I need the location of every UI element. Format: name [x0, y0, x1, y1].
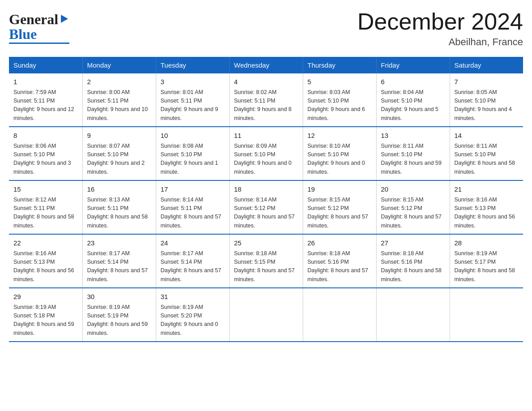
header-wednesday: Wednesday: [229, 57, 303, 73]
calendar-cell: 10Sunrise: 8:08 AMSunset: 5:10 PMDayligh…: [156, 127, 229, 180]
day-number: 26: [308, 238, 372, 248]
day-number: 11: [234, 131, 298, 141]
calendar-cell: 24Sunrise: 8:17 AMSunset: 5:14 PMDayligh…: [156, 234, 229, 288]
calendar-cell: [229, 288, 303, 342]
calendar-cell: 16Sunrise: 8:13 AMSunset: 5:11 PMDayligh…: [82, 180, 156, 234]
calendar-cell: 6Sunrise: 8:04 AMSunset: 5:10 PMDaylight…: [376, 73, 450, 127]
calendar-cell: 4Sunrise: 8:02 AMSunset: 5:11 PMDaylight…: [229, 73, 303, 127]
day-number: 27: [381, 238, 445, 248]
calendar-cell: 2Sunrise: 8:00 AMSunset: 5:11 PMDaylight…: [82, 73, 156, 127]
logo-arrow-icon: [59, 14, 69, 24]
day-number: 4: [234, 77, 298, 87]
day-info: Sunrise: 8:17 AMSunset: 5:14 PMDaylight:…: [161, 249, 225, 284]
calendar-header-row: SundayMondayTuesdayWednesdayThursdayFrid…: [9, 57, 523, 73]
calendar-cell: 25Sunrise: 8:18 AMSunset: 5:15 PMDayligh…: [229, 234, 303, 288]
day-info: Sunrise: 8:10 AMSunset: 5:10 PMDaylight:…: [308, 142, 372, 177]
calendar-cell: 23Sunrise: 8:17 AMSunset: 5:14 PMDayligh…: [82, 234, 156, 288]
calendar-week-row: 29Sunrise: 8:19 AMSunset: 5:18 PMDayligh…: [9, 288, 523, 342]
day-number: 2: [87, 77, 151, 87]
calendar-cell: 26Sunrise: 8:18 AMSunset: 5:16 PMDayligh…: [303, 234, 376, 288]
calendar-cell: 20Sunrise: 8:15 AMSunset: 5:12 PMDayligh…: [376, 180, 450, 234]
header-thursday: Thursday: [303, 57, 376, 73]
day-info: Sunrise: 8:11 AMSunset: 5:10 PMDaylight:…: [381, 142, 445, 177]
calendar-cell: [450, 288, 523, 342]
day-info: Sunrise: 8:18 AMSunset: 5:16 PMDaylight:…: [381, 249, 445, 284]
day-number: 29: [13, 292, 78, 302]
day-info: Sunrise: 8:19 AMSunset: 5:18 PMDaylight:…: [13, 303, 78, 338]
calendar-week-row: 1Sunrise: 7:59 AMSunset: 5:11 PMDaylight…: [9, 73, 523, 127]
day-info: Sunrise: 8:14 AMSunset: 5:11 PMDaylight:…: [161, 196, 225, 231]
day-info: Sunrise: 8:14 AMSunset: 5:12 PMDaylight:…: [234, 196, 298, 231]
calendar-cell: 12Sunrise: 8:10 AMSunset: 5:10 PMDayligh…: [303, 127, 376, 180]
header-monday: Monday: [82, 57, 156, 73]
day-info: Sunrise: 8:06 AMSunset: 5:10 PMDaylight:…: [13, 142, 78, 177]
calendar-cell: 27Sunrise: 8:18 AMSunset: 5:16 PMDayligh…: [376, 234, 450, 288]
day-number: 30: [87, 292, 151, 302]
day-number: 10: [161, 131, 225, 141]
day-info: Sunrise: 8:11 AMSunset: 5:10 PMDaylight:…: [455, 142, 519, 177]
day-info: Sunrise: 8:09 AMSunset: 5:10 PMDaylight:…: [234, 142, 298, 177]
day-info: Sunrise: 8:19 AMSunset: 5:20 PMDaylight:…: [161, 303, 225, 338]
calendar-cell: 21Sunrise: 8:16 AMSunset: 5:13 PMDayligh…: [450, 180, 523, 234]
day-number: 22: [13, 238, 78, 248]
calendar-cell: 18Sunrise: 8:14 AMSunset: 5:12 PMDayligh…: [229, 180, 303, 234]
calendar-week-row: 15Sunrise: 8:12 AMSunset: 5:11 PMDayligh…: [9, 180, 523, 234]
calendar-cell: 13Sunrise: 8:11 AMSunset: 5:10 PMDayligh…: [376, 127, 450, 180]
day-info: Sunrise: 8:00 AMSunset: 5:11 PMDaylight:…: [87, 88, 151, 123]
day-info: Sunrise: 8:16 AMSunset: 5:13 PMDaylight:…: [13, 249, 78, 284]
day-info: Sunrise: 8:13 AMSunset: 5:11 PMDaylight:…: [87, 196, 151, 231]
calendar-week-row: 22Sunrise: 8:16 AMSunset: 5:13 PMDayligh…: [9, 234, 523, 288]
calendar-cell: 22Sunrise: 8:16 AMSunset: 5:13 PMDayligh…: [9, 234, 82, 288]
day-number: 25: [234, 238, 298, 248]
calendar-cell: 7Sunrise: 8:05 AMSunset: 5:10 PMDaylight…: [450, 73, 523, 127]
calendar-cell: 1Sunrise: 7:59 AMSunset: 5:11 PMDaylight…: [9, 73, 82, 127]
day-number: 1: [13, 77, 78, 87]
day-number: 13: [381, 131, 445, 141]
day-info: Sunrise: 8:15 AMSunset: 5:12 PMDaylight:…: [308, 196, 372, 231]
calendar-cell: 5Sunrise: 8:03 AMSunset: 5:10 PMDaylight…: [303, 73, 376, 127]
calendar-cell: 31Sunrise: 8:19 AMSunset: 5:20 PMDayligh…: [156, 288, 229, 342]
day-number: 7: [455, 77, 519, 87]
calendar-cell: 14Sunrise: 8:11 AMSunset: 5:10 PMDayligh…: [450, 127, 523, 180]
day-info: Sunrise: 8:16 AMSunset: 5:13 PMDaylight:…: [455, 196, 519, 231]
day-info: Sunrise: 8:01 AMSunset: 5:11 PMDaylight:…: [161, 88, 225, 123]
header-saturday: Saturday: [450, 57, 523, 73]
day-number: 17: [161, 184, 225, 195]
calendar-cell: [303, 288, 376, 342]
day-info: Sunrise: 8:07 AMSunset: 5:10 PMDaylight:…: [87, 142, 151, 177]
logo: General Blue: [9, 9, 69, 44]
day-info: Sunrise: 8:18 AMSunset: 5:16 PMDaylight:…: [308, 249, 372, 284]
day-number: 3: [161, 77, 225, 87]
day-info: Sunrise: 8:18 AMSunset: 5:15 PMDaylight:…: [234, 249, 298, 284]
logo-underline: [9, 43, 69, 44]
day-number: 8: [13, 131, 78, 141]
day-info: Sunrise: 8:04 AMSunset: 5:10 PMDaylight:…: [381, 88, 445, 123]
calendar-cell: [376, 288, 450, 342]
page-header: General Blue December 2024 Abeilhan, Fra…: [9, 9, 523, 48]
day-number: 21: [455, 184, 519, 195]
month-title: December 2024: [357, 9, 523, 34]
calendar-cell: 29Sunrise: 8:19 AMSunset: 5:18 PMDayligh…: [9, 288, 82, 342]
svg-marker-0: [61, 15, 68, 23]
header-tuesday: Tuesday: [156, 57, 229, 73]
day-number: 15: [13, 184, 78, 195]
calendar-cell: 3Sunrise: 8:01 AMSunset: 5:11 PMDaylight…: [156, 73, 229, 127]
day-info: Sunrise: 8:03 AMSunset: 5:10 PMDaylight:…: [308, 88, 372, 123]
title-area: December 2024 Abeilhan, France: [357, 9, 523, 48]
calendar-cell: 19Sunrise: 8:15 AMSunset: 5:12 PMDayligh…: [303, 180, 376, 234]
day-number: 18: [234, 184, 298, 195]
calendar-week-row: 8Sunrise: 8:06 AMSunset: 5:10 PMDaylight…: [9, 127, 523, 180]
day-info: Sunrise: 8:12 AMSunset: 5:11 PMDaylight:…: [13, 196, 78, 231]
calendar-cell: 11Sunrise: 8:09 AMSunset: 5:10 PMDayligh…: [229, 127, 303, 180]
calendar-cell: 15Sunrise: 8:12 AMSunset: 5:11 PMDayligh…: [9, 180, 82, 234]
day-info: Sunrise: 8:19 AMSunset: 5:19 PMDaylight:…: [87, 303, 151, 338]
day-number: 6: [381, 77, 445, 87]
calendar-cell: 30Sunrise: 8:19 AMSunset: 5:19 PMDayligh…: [82, 288, 156, 342]
day-number: 9: [87, 131, 151, 141]
calendar-table: SundayMondayTuesdayWednesdayThursdayFrid…: [9, 57, 523, 342]
calendar-cell: 17Sunrise: 8:14 AMSunset: 5:11 PMDayligh…: [156, 180, 229, 234]
day-info: Sunrise: 8:17 AMSunset: 5:14 PMDaylight:…: [87, 249, 151, 284]
day-info: Sunrise: 8:05 AMSunset: 5:10 PMDaylight:…: [455, 88, 519, 123]
logo-general-text: General: [9, 11, 58, 28]
location-title: Abeilhan, France: [357, 36, 523, 48]
